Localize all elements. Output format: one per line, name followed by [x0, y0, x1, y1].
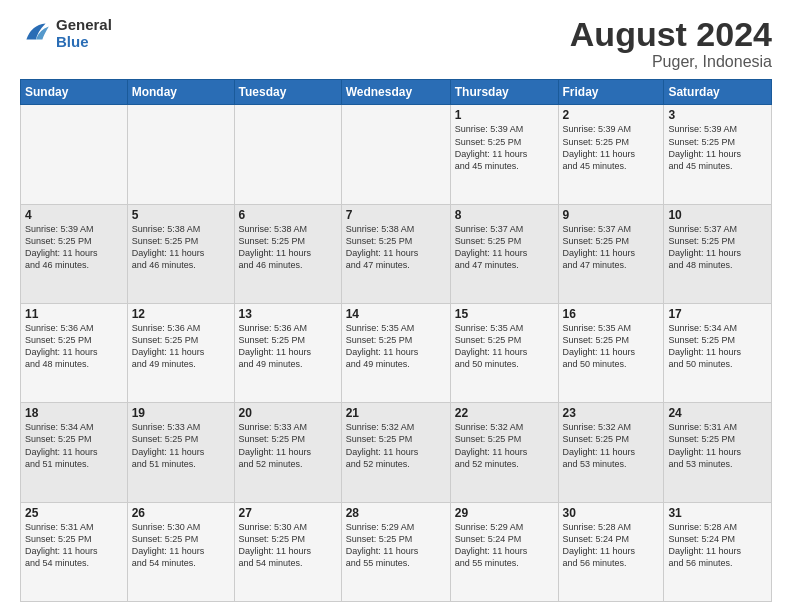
day-number: 10 — [668, 208, 767, 222]
calendar-cell: 1Sunrise: 5:39 AM Sunset: 5:25 PM Daylig… — [450, 105, 558, 204]
page: General Blue August 2024 Puger, Indonesi… — [0, 0, 792, 612]
calendar-cell: 20Sunrise: 5:33 AM Sunset: 5:25 PM Dayli… — [234, 403, 341, 502]
day-number: 11 — [25, 307, 123, 321]
day-info: Sunrise: 5:37 AM Sunset: 5:25 PM Dayligh… — [668, 223, 767, 272]
day-info: Sunrise: 5:32 AM Sunset: 5:25 PM Dayligh… — [563, 421, 660, 470]
day-info: Sunrise: 5:37 AM Sunset: 5:25 PM Dayligh… — [455, 223, 554, 272]
header: General Blue August 2024 Puger, Indonesi… — [20, 16, 772, 71]
day-number: 9 — [563, 208, 660, 222]
day-number: 22 — [455, 406, 554, 420]
calendar-cell: 6Sunrise: 5:38 AM Sunset: 5:25 PM Daylig… — [234, 204, 341, 303]
day-info: Sunrise: 5:33 AM Sunset: 5:25 PM Dayligh… — [132, 421, 230, 470]
day-header-thursday: Thursday — [450, 80, 558, 105]
calendar-cell: 9Sunrise: 5:37 AM Sunset: 5:25 PM Daylig… — [558, 204, 664, 303]
day-info: Sunrise: 5:39 AM Sunset: 5:25 PM Dayligh… — [668, 123, 767, 172]
day-number: 28 — [346, 506, 446, 520]
day-info: Sunrise: 5:28 AM Sunset: 5:24 PM Dayligh… — [563, 521, 660, 570]
day-info: Sunrise: 5:36 AM Sunset: 5:25 PM Dayligh… — [132, 322, 230, 371]
calendar-cell: 13Sunrise: 5:36 AM Sunset: 5:25 PM Dayli… — [234, 304, 341, 403]
logo-text: General Blue — [56, 16, 112, 50]
day-info: Sunrise: 5:29 AM Sunset: 5:25 PM Dayligh… — [346, 521, 446, 570]
calendar-cell: 12Sunrise: 5:36 AM Sunset: 5:25 PM Dayli… — [127, 304, 234, 403]
logo-icon — [20, 17, 52, 49]
day-number: 20 — [239, 406, 337, 420]
calendar-cell: 30Sunrise: 5:28 AM Sunset: 5:24 PM Dayli… — [558, 502, 664, 601]
day-info: Sunrise: 5:37 AM Sunset: 5:25 PM Dayligh… — [563, 223, 660, 272]
calendar-cell: 11Sunrise: 5:36 AM Sunset: 5:25 PM Dayli… — [21, 304, 128, 403]
day-number: 12 — [132, 307, 230, 321]
day-info: Sunrise: 5:36 AM Sunset: 5:25 PM Dayligh… — [239, 322, 337, 371]
calendar-cell: 7Sunrise: 5:38 AM Sunset: 5:25 PM Daylig… — [341, 204, 450, 303]
day-number: 17 — [668, 307, 767, 321]
calendar-cell: 31Sunrise: 5:28 AM Sunset: 5:24 PM Dayli… — [664, 502, 772, 601]
day-info: Sunrise: 5:39 AM Sunset: 5:25 PM Dayligh… — [25, 223, 123, 272]
calendar-cell — [341, 105, 450, 204]
day-info: Sunrise: 5:39 AM Sunset: 5:25 PM Dayligh… — [563, 123, 660, 172]
calendar-cell: 27Sunrise: 5:30 AM Sunset: 5:25 PM Dayli… — [234, 502, 341, 601]
day-info: Sunrise: 5:29 AM Sunset: 5:24 PM Dayligh… — [455, 521, 554, 570]
day-number: 7 — [346, 208, 446, 222]
day-number: 29 — [455, 506, 554, 520]
day-info: Sunrise: 5:39 AM Sunset: 5:25 PM Dayligh… — [455, 123, 554, 172]
calendar-cell: 2Sunrise: 5:39 AM Sunset: 5:25 PM Daylig… — [558, 105, 664, 204]
day-info: Sunrise: 5:35 AM Sunset: 5:25 PM Dayligh… — [346, 322, 446, 371]
day-info: Sunrise: 5:31 AM Sunset: 5:25 PM Dayligh… — [25, 521, 123, 570]
title-block: August 2024 Puger, Indonesia — [570, 16, 772, 71]
calendar-cell: 5Sunrise: 5:38 AM Sunset: 5:25 PM Daylig… — [127, 204, 234, 303]
day-header-tuesday: Tuesday — [234, 80, 341, 105]
day-info: Sunrise: 5:36 AM Sunset: 5:25 PM Dayligh… — [25, 322, 123, 371]
calendar-cell: 14Sunrise: 5:35 AM Sunset: 5:25 PM Dayli… — [341, 304, 450, 403]
day-header-wednesday: Wednesday — [341, 80, 450, 105]
calendar-cell: 18Sunrise: 5:34 AM Sunset: 5:25 PM Dayli… — [21, 403, 128, 502]
calendar-cell: 19Sunrise: 5:33 AM Sunset: 5:25 PM Dayli… — [127, 403, 234, 502]
day-info: Sunrise: 5:30 AM Sunset: 5:25 PM Dayligh… — [132, 521, 230, 570]
day-info: Sunrise: 5:33 AM Sunset: 5:25 PM Dayligh… — [239, 421, 337, 470]
day-info: Sunrise: 5:31 AM Sunset: 5:25 PM Dayligh… — [668, 421, 767, 470]
day-header-saturday: Saturday — [664, 80, 772, 105]
calendar-cell — [234, 105, 341, 204]
day-info: Sunrise: 5:30 AM Sunset: 5:25 PM Dayligh… — [239, 521, 337, 570]
day-number: 13 — [239, 307, 337, 321]
calendar-cell: 17Sunrise: 5:34 AM Sunset: 5:25 PM Dayli… — [664, 304, 772, 403]
day-number: 21 — [346, 406, 446, 420]
calendar-cell: 24Sunrise: 5:31 AM Sunset: 5:25 PM Dayli… — [664, 403, 772, 502]
day-number: 4 — [25, 208, 123, 222]
day-number: 19 — [132, 406, 230, 420]
day-number: 31 — [668, 506, 767, 520]
day-number: 6 — [239, 208, 337, 222]
day-info: Sunrise: 5:28 AM Sunset: 5:24 PM Dayligh… — [668, 521, 767, 570]
day-number: 18 — [25, 406, 123, 420]
day-number: 3 — [668, 108, 767, 122]
day-number: 2 — [563, 108, 660, 122]
calendar-cell: 15Sunrise: 5:35 AM Sunset: 5:25 PM Dayli… — [450, 304, 558, 403]
calendar-table: SundayMondayTuesdayWednesdayThursdayFrid… — [20, 79, 772, 602]
calendar-cell: 4Sunrise: 5:39 AM Sunset: 5:25 PM Daylig… — [21, 204, 128, 303]
day-info: Sunrise: 5:38 AM Sunset: 5:25 PM Dayligh… — [132, 223, 230, 272]
calendar-cell — [21, 105, 128, 204]
day-info: Sunrise: 5:35 AM Sunset: 5:25 PM Dayligh… — [455, 322, 554, 371]
day-number: 26 — [132, 506, 230, 520]
calendar-cell: 25Sunrise: 5:31 AM Sunset: 5:25 PM Dayli… — [21, 502, 128, 601]
calendar-cell: 8Sunrise: 5:37 AM Sunset: 5:25 PM Daylig… — [450, 204, 558, 303]
day-number: 25 — [25, 506, 123, 520]
calendar-cell: 3Sunrise: 5:39 AM Sunset: 5:25 PM Daylig… — [664, 105, 772, 204]
day-info: Sunrise: 5:32 AM Sunset: 5:25 PM Dayligh… — [455, 421, 554, 470]
calendar-cell: 10Sunrise: 5:37 AM Sunset: 5:25 PM Dayli… — [664, 204, 772, 303]
calendar-cell: 26Sunrise: 5:30 AM Sunset: 5:25 PM Dayli… — [127, 502, 234, 601]
day-header-friday: Friday — [558, 80, 664, 105]
day-header-monday: Monday — [127, 80, 234, 105]
calendar-cell: 22Sunrise: 5:32 AM Sunset: 5:25 PM Dayli… — [450, 403, 558, 502]
day-info: Sunrise: 5:32 AM Sunset: 5:25 PM Dayligh… — [346, 421, 446, 470]
main-title: August 2024 — [570, 16, 772, 53]
calendar-cell — [127, 105, 234, 204]
day-number: 24 — [668, 406, 767, 420]
calendar-cell: 21Sunrise: 5:32 AM Sunset: 5:25 PM Dayli… — [341, 403, 450, 502]
day-number: 1 — [455, 108, 554, 122]
day-number: 14 — [346, 307, 446, 321]
day-info: Sunrise: 5:34 AM Sunset: 5:25 PM Dayligh… — [25, 421, 123, 470]
day-info: Sunrise: 5:38 AM Sunset: 5:25 PM Dayligh… — [239, 223, 337, 272]
subtitle: Puger, Indonesia — [570, 53, 772, 71]
day-number: 23 — [563, 406, 660, 420]
day-number: 8 — [455, 208, 554, 222]
calendar-cell: 16Sunrise: 5:35 AM Sunset: 5:25 PM Dayli… — [558, 304, 664, 403]
